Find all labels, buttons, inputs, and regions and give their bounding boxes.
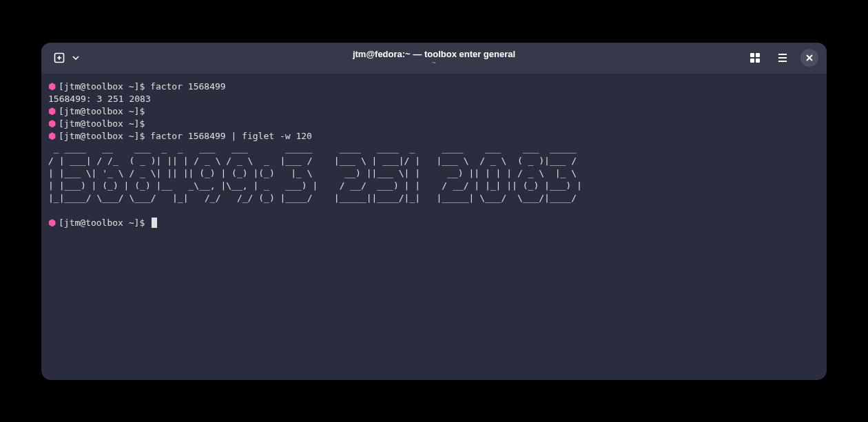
titlebar-center: jtm@fedora:~ — toolbox enter general ~ (353, 49, 515, 67)
blank-line (48, 204, 820, 217)
terminal-body[interactable]: ⬢ [jtm@toolbox ~]$ factor 1568499 156849… (41, 74, 827, 380)
svg-rect-4 (756, 53, 760, 57)
svg-rect-6 (756, 59, 760, 63)
hexagon-icon: ⬢ (48, 81, 56, 93)
output-line: 1568499: 3 251 2083 (48, 93, 820, 105)
hexagon-icon: ⬢ (48, 130, 56, 143)
window-title: jtm@fedora:~ — toolbox enter general (353, 49, 515, 60)
hamburger-icon (777, 52, 788, 63)
overview-button[interactable] (745, 48, 765, 67)
titlebar: jtm@fedora:~ — toolbox enter general ~ (41, 43, 827, 74)
titlebar-right (745, 48, 818, 67)
new-tab-dropdown-button[interactable] (69, 48, 83, 67)
new-tab-button[interactable] (50, 48, 69, 67)
hexagon-icon: ⬢ (48, 118, 56, 130)
titlebar-left (50, 48, 83, 67)
prompt-command: factor 1568499 (150, 81, 226, 93)
prompt-user: [jtm@toolbox ~]$ (59, 81, 145, 93)
grid-icon (750, 52, 761, 63)
prompt-user: [jtm@toolbox ~]$ (59, 130, 145, 143)
prompt-line: ⬢ [jtm@toolbox ~]$ (48, 105, 820, 118)
new-tab-group (50, 48, 83, 67)
close-icon (805, 54, 814, 62)
prompt-line-active: ⬢ [jtm@toolbox ~]$ (48, 217, 820, 229)
plus-box-icon (54, 52, 65, 63)
prompt-user: [jtm@toolbox ~]$ (59, 118, 145, 130)
chevron-down-icon (72, 54, 79, 61)
svg-rect-5 (750, 59, 754, 63)
hexagon-icon: ⬢ (48, 217, 56, 229)
prompt-line: ⬢ [jtm@toolbox ~]$ (48, 118, 820, 130)
terminal-window: jtm@fedora:~ — toolbox enter general ~ (41, 43, 827, 380)
menu-button[interactable] (773, 48, 792, 67)
prompt-user: [jtm@toolbox ~]$ (59, 105, 145, 118)
prompt-user: [jtm@toolbox ~]$ (59, 217, 145, 229)
prompt-line: ⬢ [jtm@toolbox ~]$ factor 1568499 (48, 81, 820, 93)
cursor (152, 218, 157, 228)
hexagon-icon: ⬢ (48, 105, 56, 118)
close-button[interactable] (800, 49, 818, 67)
prompt-line: ⬢ [jtm@toolbox ~]$ factor 1568499 | figl… (48, 130, 820, 143)
window-subtitle: ~ (353, 60, 515, 67)
figlet-output: _ ____ __ ___ _ _ ___ ___ _____ ____ ___… (48, 143, 820, 204)
svg-rect-3 (750, 53, 754, 57)
prompt-command: factor 1568499 | figlet -w 120 (150, 130, 312, 143)
